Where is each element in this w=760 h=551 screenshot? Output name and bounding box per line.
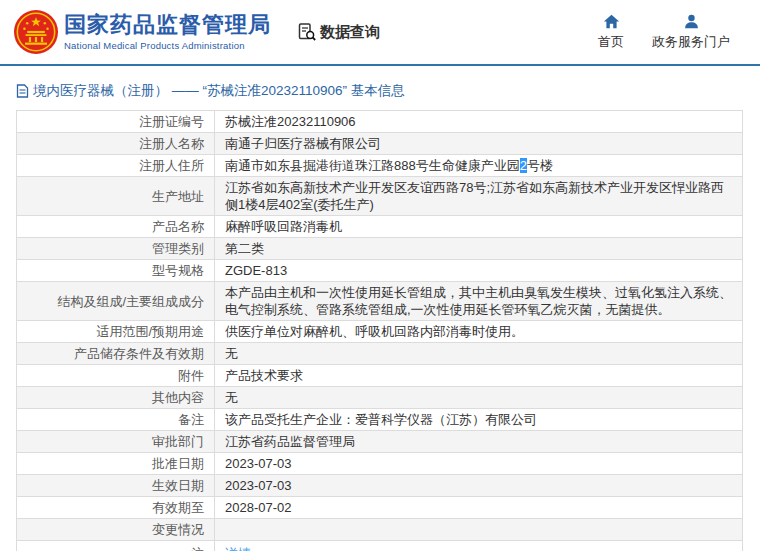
nav-item-home[interactable]: 首页 xyxy=(598,13,624,51)
registration-info-table: 注册证编号苏械注准20232110906注册人名称南通子归医疗器械有限公司注册人… xyxy=(16,110,743,551)
row-label: 管理类别 xyxy=(17,238,215,260)
registration-info-section: 注册证编号苏械注准20232110906注册人名称南通子归医疗器械有限公司注册人… xyxy=(0,110,760,551)
site-title: 国家药品监督管理局 xyxy=(64,13,271,37)
row-label: 备注 xyxy=(17,409,215,431)
row-value: 南通子归医疗器械有限公司 xyxy=(215,133,743,155)
table-row: 产品名称麻醉呼吸回路消毒机 xyxy=(17,216,743,238)
row-label: 产品名称 xyxy=(17,216,215,238)
row-label: 附件 xyxy=(17,365,215,387)
nav-item-gov-portal[interactable]: 政务服务门户 xyxy=(652,13,730,51)
row-label: 注册人名称 xyxy=(17,133,215,155)
row-label: 结构及组成/主要组成成分 xyxy=(17,282,215,321)
table-row: 产品储存条件及有效期无 xyxy=(17,343,743,365)
table-row: 其他内容无 xyxy=(17,387,743,409)
row-value: 无 xyxy=(215,387,743,409)
table-row: 有效期至2028-07-02 xyxy=(17,497,743,519)
data-query-button[interactable]: 数据查询 xyxy=(297,22,380,42)
row-label: 注册证编号 xyxy=(17,111,215,133)
nav-label-gov-portal: 政务服务门户 xyxy=(652,33,730,51)
row-label: 批准日期 xyxy=(17,453,215,475)
table-row: 注册证编号苏械注准20232110906 xyxy=(17,111,743,133)
national-emblem-icon xyxy=(14,10,58,54)
table-row: 生产地址江苏省如东高新技术产业开发区友谊西路78号;江苏省如东高新技术产业开发区… xyxy=(17,177,743,216)
table-row: 注册人名称南通子归医疗器械有限公司 xyxy=(17,133,743,155)
document-search-icon xyxy=(297,22,317,42)
selected-text: 2 xyxy=(520,158,527,173)
table-row: 适用范围/预期用途供医疗单位对麻醉机、呼吸机回路内部消毒时使用。 xyxy=(17,321,743,343)
site-header: 国家药品监督管理局 National Medical Products Admi… xyxy=(0,0,760,66)
row-value: 2028-07-02 xyxy=(215,497,743,519)
table-row: 管理类别第二类 xyxy=(17,238,743,260)
info-table-body: 注册证编号苏械注准20232110906注册人名称南通子归医疗器械有限公司注册人… xyxy=(17,111,743,551)
row-value: 无 xyxy=(215,343,743,365)
user-icon xyxy=(683,13,700,30)
table-row: 审批部门江苏省药品监督管理局 xyxy=(17,431,743,453)
detail-link[interactable]: 详情 xyxy=(225,546,251,551)
row-label: 变更情况 xyxy=(17,519,215,541)
row-value: 江苏省如东高新技术产业开发区友谊西路78号;江苏省如东高新技术产业开发区悍业路西… xyxy=(215,177,743,216)
row-value: 2023-07-03 xyxy=(215,475,743,497)
site-logo[interactable]: 国家药品监督管理局 National Medical Products Admi… xyxy=(14,10,271,54)
row-value: 本产品由主机和一次性使用延长管组成，其中主机由臭氧发生模块、过氧化氢注入系统、电… xyxy=(215,282,743,321)
table-row: 型号规格ZGDE-813 xyxy=(17,260,743,282)
row-label: 其他内容 xyxy=(17,387,215,409)
row-label: 有效期至 xyxy=(17,497,215,519)
table-row: 附件产品技术要求 xyxy=(17,365,743,387)
row-label: 型号规格 xyxy=(17,260,215,282)
row-value: 南通市如东县掘港街道珠江路888号生命健康产业园2号楼 xyxy=(215,155,743,177)
row-label: 注 xyxy=(17,541,215,551)
value-text: 号楼 xyxy=(527,158,553,173)
row-value: 供医疗单位对麻醉机、呼吸机回路内部消毒时使用。 xyxy=(215,321,743,343)
row-value xyxy=(215,519,743,541)
row-value: ZGDE-813 xyxy=(215,260,743,282)
value-text: 南通市如东县掘港街道珠江路888号生命健康产业园 xyxy=(225,158,520,173)
site-subtitle: National Medical Products Administration xyxy=(64,40,271,51)
row-value: 产品技术要求 xyxy=(215,365,743,387)
row-value: 2023-07-03 xyxy=(215,453,743,475)
row-value: 麻醉呼吸回路消毒机 xyxy=(215,216,743,238)
row-label: 适用范围/预期用途 xyxy=(17,321,215,343)
table-row: 注册人住所南通市如东县掘港街道珠江路888号生命健康产业园2号楼 xyxy=(17,155,743,177)
row-label: 注册人住所 xyxy=(17,155,215,177)
breadcrumb: 境内医疗器械（注册） —— “苏械注准20232110906” 基本信息 xyxy=(0,66,760,110)
home-icon xyxy=(603,13,620,30)
data-query-label: 数据查询 xyxy=(320,23,380,42)
row-value: 第二类 xyxy=(215,238,743,260)
table-row: 注详情 xyxy=(17,541,743,551)
nav-label-home: 首页 xyxy=(598,33,624,51)
table-row: 批准日期2023-07-03 xyxy=(17,453,743,475)
row-label: 生产地址 xyxy=(17,177,215,216)
row-value: 该产品受托生产企业：爱普科学仪器（江苏）有限公司 xyxy=(215,409,743,431)
row-value: 苏械注准20232110906 xyxy=(215,111,743,133)
row-label: 审批部门 xyxy=(17,431,215,453)
table-row: 生效日期2023-07-03 xyxy=(17,475,743,497)
site-title-block: 国家药品监督管理局 National Medical Products Admi… xyxy=(64,13,271,51)
document-icon xyxy=(16,84,29,98)
row-label: 产品储存条件及有效期 xyxy=(17,343,215,365)
page-title: 境内医疗器械（注册） —— “苏械注准20232110906” 基本信息 xyxy=(33,82,405,100)
table-row: 变更情况 xyxy=(17,519,743,541)
table-row: 备注该产品受托生产企业：爱普科学仪器（江苏）有限公司 xyxy=(17,409,743,431)
row-label: 生效日期 xyxy=(17,475,215,497)
row-value: 详情 xyxy=(215,541,743,551)
table-row: 结构及组成/主要组成成分本产品由主机和一次性使用延长管组成，其中主机由臭氧发生模… xyxy=(17,282,743,321)
row-value: 江苏省药品监督管理局 xyxy=(215,431,743,453)
header-nav: 首页 政务服务门户 xyxy=(598,13,760,51)
